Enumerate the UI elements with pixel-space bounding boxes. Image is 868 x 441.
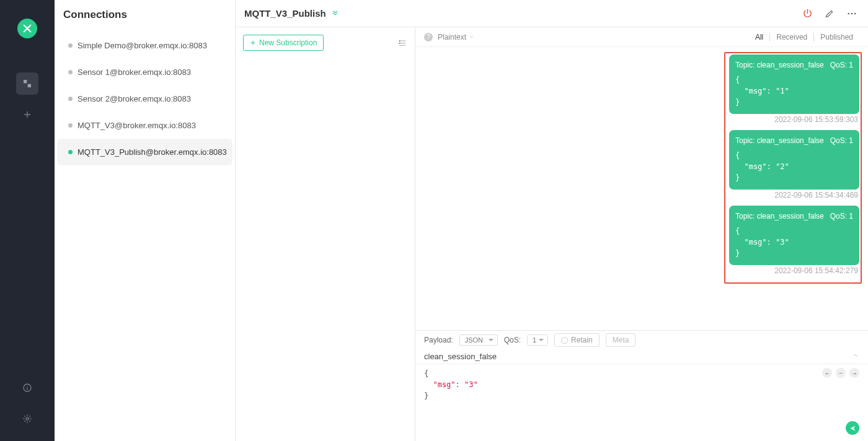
connection-label: Sensor 1@broker.emqx.io:8083 xyxy=(78,68,191,77)
editor-minus-icon[interactable]: − xyxy=(836,368,846,378)
message-topic: Topic: clean_session_false xyxy=(735,59,824,71)
connection-label: Simple Demo@broker.emqx.io:8083 xyxy=(78,41,207,50)
edit-icon[interactable] xyxy=(822,6,837,21)
svg-point-5 xyxy=(26,417,29,420)
publish-panel: Payload: JSON QoS: 1 Retain Meta xyxy=(415,330,868,441)
message-body: { "msg": "2" } xyxy=(735,150,853,183)
more-icon[interactable] xyxy=(844,6,859,21)
retain-toggle[interactable]: Retain xyxy=(554,333,600,347)
connection-item[interactable]: MQTT_V3@broker.emqx.io:8083 xyxy=(57,112,232,139)
status-dot-icon xyxy=(68,43,73,48)
disconnect-icon[interactable] xyxy=(800,6,815,21)
message-timestamp: 2022-09-06 15:54:42:279 xyxy=(774,266,858,275)
payload-editor[interactable]: { "msg": "3" } ← − → xyxy=(415,364,868,441)
message-timestamp: 2022-09-06 15:54:34:469 xyxy=(774,191,858,199)
qos-select[interactable]: 1 xyxy=(527,334,548,346)
nav-add-icon[interactable] xyxy=(16,103,38,126)
subscription-filter-icon[interactable] xyxy=(398,35,407,50)
main-panel: MQTT_V3_Publish New Subscription xyxy=(236,0,868,441)
new-subscription-label: New Subscription xyxy=(259,38,317,47)
left-navbar xyxy=(0,0,55,441)
svg-point-7 xyxy=(851,12,853,14)
qos-label: QoS: xyxy=(504,336,521,344)
message-topic: Topic: clean_session_false xyxy=(735,211,824,222)
status-dot-icon xyxy=(68,97,73,101)
tab-all[interactable]: All xyxy=(749,33,769,41)
svg-rect-4 xyxy=(27,387,27,390)
message-card: Topic: clean_session_falseQoS: 1{ "msg":… xyxy=(729,206,859,265)
connection-label: Sensor 2@broker.emqx.io:8083 xyxy=(78,94,191,103)
meta-button[interactable]: Meta xyxy=(606,333,636,347)
payload-label: Payload: xyxy=(424,336,453,344)
status-dot-icon xyxy=(68,123,73,128)
message-timestamp: 2022-09-06 15:53:59:303 xyxy=(774,115,858,124)
connection-item[interactable]: Simple Demo@broker.emqx.io:8083 xyxy=(57,32,232,59)
message-card: Topic: clean_session_falseQoS: 1{ "msg":… xyxy=(729,130,859,190)
svg-rect-0 xyxy=(24,80,27,83)
message-topic: Topic: clean_session_false xyxy=(735,135,824,146)
sidebar-title: Connections xyxy=(55,0,235,32)
subscriptions-pane: New Subscription xyxy=(236,27,415,441)
status-dot-icon xyxy=(68,70,73,74)
app-logo xyxy=(17,19,37,38)
payload-format-select[interactable]: JSON xyxy=(459,334,498,346)
message-qos: QoS: 1 xyxy=(830,135,853,146)
connection-label: MQTT_V3@broker.emqx.io:8083 xyxy=(78,121,196,130)
connection-label: MQTT_V3_Publish@broker.emqx.io:8083 xyxy=(78,147,227,157)
connection-title: MQTT_V3_Publish xyxy=(244,8,326,19)
expand-editor-icon[interactable] xyxy=(852,352,859,361)
retain-radio-icon xyxy=(561,337,568,344)
svg-point-3 xyxy=(27,386,27,386)
svg-rect-1 xyxy=(28,84,31,87)
svg-point-6 xyxy=(848,12,849,14)
published-messages-highlight: Topic: clean_session_falseQoS: 1{ "msg":… xyxy=(724,52,862,284)
status-dot-icon xyxy=(68,150,73,154)
message-list: Topic: clean_session_falseQoS: 1{ "msg":… xyxy=(415,47,868,330)
new-subscription-button[interactable]: New Subscription xyxy=(243,35,324,51)
publish-topic-input[interactable] xyxy=(424,352,852,361)
message-filter-tabs: All Received Published xyxy=(749,33,859,41)
tab-published[interactable]: Published xyxy=(813,33,859,41)
connection-item[interactable]: Sensor 1@broker.emqx.io:8083 xyxy=(57,59,232,85)
editor-undo-icon[interactable]: ← xyxy=(822,368,832,378)
nav-connections-icon[interactable] xyxy=(16,72,38,95)
message-row: Topic: clean_session_falseQoS: 1{ "msg":… xyxy=(727,130,859,203)
editor-redo-icon[interactable]: → xyxy=(849,368,859,378)
connection-item[interactable]: Sensor 2@broker.emqx.io:8083 xyxy=(57,85,232,112)
svg-point-8 xyxy=(854,12,856,14)
message-card: Topic: clean_session_falseQoS: 1{ "msg":… xyxy=(729,55,859,114)
payload-display-select[interactable]: Plaintext xyxy=(438,33,474,41)
message-row: Topic: clean_session_falseQoS: 1{ "msg":… xyxy=(727,55,859,128)
tab-received[interactable]: Received xyxy=(769,33,813,41)
message-qos: QoS: 1 xyxy=(830,211,853,222)
nav-info-icon[interactable] xyxy=(16,377,38,399)
message-qos: QoS: 1 xyxy=(830,59,853,71)
expand-chevron-icon[interactable] xyxy=(331,9,339,19)
message-row: Topic: clean_session_falseQoS: 1{ "msg":… xyxy=(727,206,859,279)
connection-item[interactable]: MQTT_V3_Publish@broker.emqx.io:8083 xyxy=(57,139,232,165)
message-body: { "msg": "1" } xyxy=(735,74,853,108)
topbar: MQTT_V3_Publish xyxy=(236,0,868,27)
help-icon[interactable]: ? xyxy=(424,33,433,41)
nav-settings-icon[interactable] xyxy=(16,408,38,430)
message-body: { "msg": "3" } xyxy=(735,225,853,259)
send-button[interactable] xyxy=(846,421,859,435)
message-header: ? Plaintext All Received Published xyxy=(415,27,868,47)
connections-sidebar: Connections Simple Demo@broker.emqx.io:8… xyxy=(55,0,236,441)
